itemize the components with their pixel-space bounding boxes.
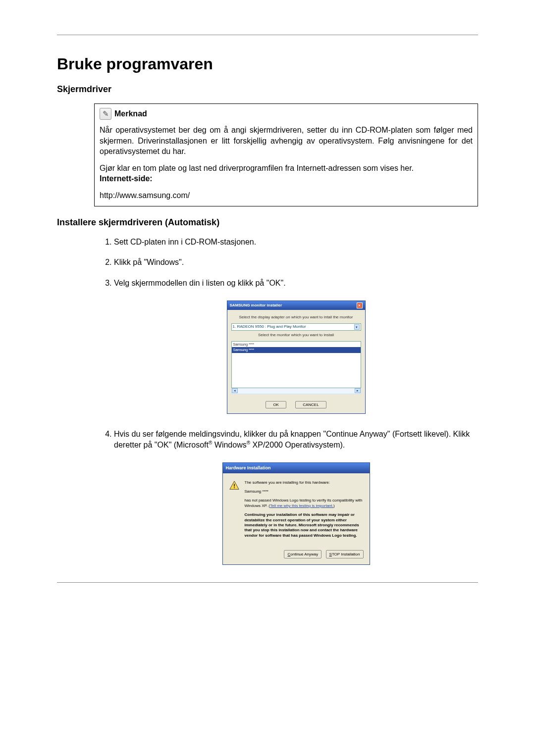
install-steps-list: Sett CD-platen inn i CD-ROM-stasjonen. K… — [57, 237, 478, 565]
svg-rect-1 — [234, 484, 235, 487]
stop-installation-button[interactable]: STOP Installation — [326, 550, 364, 558]
logo-testing-link[interactable]: Tell me why this testing is important. — [270, 504, 333, 508]
hardware-dialog-text: The software you are installing for this… — [245, 480, 364, 543]
hw-text-warning: Continuing your installation of this sof… — [245, 512, 364, 538]
hw-text-3: has not passed Windows Logo testing to v… — [245, 498, 364, 508]
ok-button[interactable]: OK — [266, 401, 286, 408]
monitor-list-item-selected[interactable]: Samsung **** — [232, 347, 361, 353]
step-3-text: Velg skjermmodellen din i listen og klik… — [114, 279, 286, 287]
samsung-dialog-titlebar: SAMSUNG monitor installer × — [227, 301, 365, 310]
hw-text-3b: ) — [333, 504, 335, 508]
adapter-combobox[interactable]: 1. RADEON 9550 : Plug and Play Monitor ▾ — [231, 323, 361, 331]
svg-rect-2 — [234, 487, 235, 488]
hardware-dialog-buttons: Continue Anyway STOP Installation — [223, 547, 370, 564]
step-4-text-c: XP/2000 Operativsystem). — [250, 441, 345, 449]
close-icon[interactable]: × — [357, 302, 363, 308]
cancel-button[interactable]: CANCEL — [295, 401, 326, 408]
note-icon: ✎ — [100, 108, 111, 120]
adapter-combo-value: 1. RADEON 9550 : Plug and Play Monitor — [233, 324, 306, 330]
hardware-dialog-title: Hardware Installation — [223, 463, 370, 473]
merknad-box: ✎ Merknad Når operativsystemet ber deg o… — [94, 103, 478, 206]
monitor-list-item[interactable]: Samsung **** — [232, 342, 361, 347]
scroll-left-icon[interactable]: ◂ — [232, 388, 238, 393]
merknad-p2-text: Gjør klar en tom plate og last ned drive… — [100, 164, 414, 172]
warning-icon — [229, 480, 240, 491]
step-1: Sett CD-platen inn i CD-ROM-stasjonen. — [114, 237, 478, 248]
stop-rest: TOP Installation — [332, 552, 360, 556]
step-3: Velg skjermmodellen din i listen og klik… — [114, 278, 478, 414]
samsung-dialog-title: SAMSUNG monitor installer — [230, 303, 282, 308]
step-2-text: Klikk på "Windows". — [114, 258, 184, 266]
registered-mark-2: ® — [247, 440, 250, 446]
samsung-dialog-buttons: OK CANCEL — [231, 401, 361, 408]
scroll-right-icon[interactable]: ▸ — [355, 388, 361, 393]
merknad-label: Merknad — [114, 108, 147, 119]
internett-url: http://www.samsung.com/ — [100, 190, 473, 201]
internett-side-label: Internett-side: — [100, 174, 153, 183]
chevron-down-icon[interactable]: ▾ — [354, 324, 360, 330]
section-installere-heading: Installere skjermdriveren (Automatisk) — [57, 217, 478, 228]
step-2: Klikk på "Windows". — [114, 257, 478, 268]
merknad-paragraph-2: Gjør klar en tom plate og last ned drive… — [100, 163, 473, 184]
step-4: Hvis du ser følgende meldingsvindu, klik… — [114, 429, 478, 565]
continue-rest: ontinue Anyway — [290, 552, 318, 556]
page-bottom-rule — [57, 582, 478, 583]
hardware-dialog-body: The software you are installing for this… — [223, 473, 370, 548]
page-title: Bruke programvaren — [57, 55, 478, 73]
merknad-paragraph-1: Når operativsystemet ber deg om å angi s… — [100, 125, 473, 157]
hardware-installation-dialog: Hardware Installation The software you a… — [222, 462, 370, 565]
hw-text-2: Samsung **** — [245, 489, 364, 494]
samsung-dialog-body: Select the display adapter on which you … — [227, 310, 365, 413]
page-top-rule — [57, 35, 478, 35]
section-skjermdriver-heading: Skjermdriver — [57, 84, 478, 95]
continue-anyway-button[interactable]: Continue Anyway — [284, 550, 321, 558]
step-1-text: Sett CD-platen inn i CD-ROM-stasjonen. — [114, 238, 256, 246]
horizontal-scrollbar[interactable]: ◂ ▸ — [231, 388, 361, 394]
samsung-installer-dialog: SAMSUNG monitor installer × Select the d… — [227, 301, 366, 414]
step-4-text-b: Windows — [212, 441, 246, 449]
adapter-instruction: Select the display adapter on which you … — [231, 315, 361, 320]
hw-text-1: The software you are installing for this… — [245, 480, 364, 485]
monitor-listbox[interactable]: Samsung **** Samsung **** — [231, 341, 361, 388]
monitor-instruction: Select the monitor which you want to ins… — [231, 333, 361, 338]
merknad-header: ✎ Merknad — [100, 108, 473, 120]
